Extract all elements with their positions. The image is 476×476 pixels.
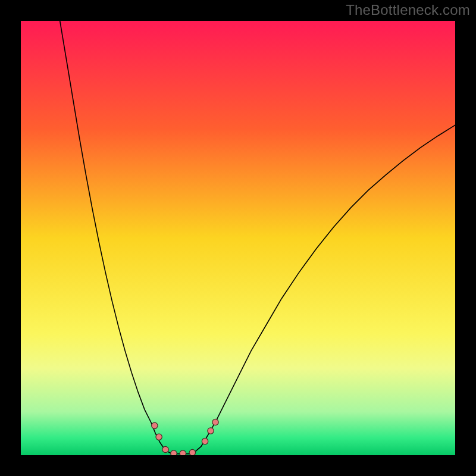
plot-area [21, 21, 455, 455]
marker-point [156, 434, 162, 440]
chart-container: TheBottleneck.com [0, 0, 476, 476]
marker-point [152, 422, 158, 428]
plot-svg [21, 21, 455, 455]
marker-point [180, 450, 186, 455]
watermark-text: TheBottleneck.com [346, 2, 470, 18]
marker-point [208, 428, 214, 434]
marker-point [171, 450, 177, 455]
marker-point [162, 446, 168, 452]
marker-point [202, 438, 208, 444]
gradient-background [21, 21, 455, 455]
marker-point [189, 449, 195, 455]
marker-point [212, 419, 218, 425]
